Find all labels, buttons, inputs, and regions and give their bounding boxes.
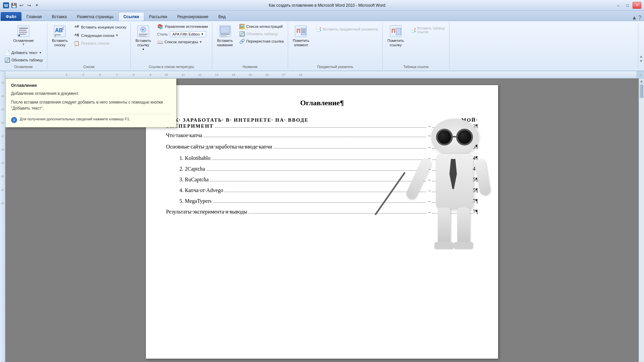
svg-rect-24 xyxy=(220,26,230,33)
ribbon-minimize-icon[interactable]: ▲ xyxy=(632,15,637,21)
ribbon-scroll-up[interactable]: ▲ xyxy=(639,54,643,59)
quick-access-dropdown[interactable]: ▼ xyxy=(34,2,40,9)
toc-dots-8 xyxy=(213,198,426,203)
insert-citation-arrow[interactable]: ▼ xyxy=(142,48,145,51)
insert-table-of-auth-icon: 📑 xyxy=(410,27,416,33)
table-of-figs-label: Список иллюстраций xyxy=(246,24,282,28)
horizontal-ruler: 4 5 6 7 8 9 10 11 12 13 14 15 16 17 18 xyxy=(5,71,644,78)
next-footnote-label: Следующая сноска xyxy=(81,34,114,38)
style-selector[interactable]: Стиль: APA Fifth Edition ▼ xyxy=(156,31,209,38)
svg-text:+: + xyxy=(142,28,144,32)
apa-value: APA Fifth Edition xyxy=(172,32,200,36)
toc-dots-7 xyxy=(225,187,426,192)
toc-text-8: 5. MegaTypers xyxy=(179,198,212,204)
insert-footnote-button[interactable]: AB 1 1 Вставитьсноску xyxy=(50,23,70,49)
bibliography-label: Список литературы xyxy=(165,40,198,44)
index-group: П Пометитьэлемент 📑 Вставить предметный … xyxy=(288,22,383,69)
save-quick-btn[interactable]: 💾 xyxy=(10,2,17,9)
table-of-auth-group: П Пометитьссылку 📑 Вставить таблицуссыло… xyxy=(383,22,449,69)
minimize-button[interactable]: – xyxy=(614,2,623,9)
toc-icon xyxy=(17,24,30,38)
table-of-figs-button[interactable]: 🖼️ Список иллюстраций xyxy=(237,23,285,30)
manage-sources-button[interactable]: 📚 Управление источниками xyxy=(156,23,209,30)
svg-text:1: 1 xyxy=(78,24,79,26)
update-toc-label: Обновить таблицу xyxy=(11,58,43,62)
insert-endnote-button[interactable]: AB 1 Вставить концевую сноску xyxy=(72,23,128,31)
mark-entry-label: Пометитьэлемент xyxy=(293,39,309,47)
mark-entry-button[interactable]: П Пометитьэлемент xyxy=(291,23,311,49)
toc-group-label: Оглавление xyxy=(0,65,47,69)
show-notes-label: Показать сноски xyxy=(81,41,109,45)
svg-rect-29 xyxy=(301,28,306,35)
tab-home[interactable]: Главная xyxy=(21,12,47,21)
insert-table-of-auth-button[interactable]: 📑 Вставить таблицуссылок xyxy=(409,26,446,35)
scroll-up-arrow[interactable]: ▲ xyxy=(639,78,644,84)
mark-citation-button[interactable]: П Пометитьссылку xyxy=(385,23,406,49)
bibliography-arrow: ▼ xyxy=(199,41,202,44)
update-toc-button[interactable]: 🔄 Обновить таблицу xyxy=(3,57,44,63)
insert-caption-label: Вставитьназвание xyxy=(217,39,233,47)
robot-figure xyxy=(401,119,498,280)
index-group-label: Предметный указатель xyxy=(288,65,382,69)
toc-text-1a: КАК· ЗАРАБОТАТЬ· В· ИНТЕРНЕТЕ· НА· ВВОДЕ xyxy=(166,117,309,123)
tab-view[interactable]: Вид xyxy=(213,12,231,21)
close-button[interactable]: ✕ xyxy=(633,2,641,9)
insert-caption-icon xyxy=(218,24,232,38)
captions-group: Вставитьназвание 🖼️ Список иллюстраций 🔄… xyxy=(212,22,288,69)
toc-text-5: 2. 2Captcha xyxy=(179,166,205,172)
update-captions-button[interactable]: 🔄 Обновить таблицу xyxy=(237,31,285,37)
redo-quick-btn[interactable]: ↪ xyxy=(26,2,33,9)
cross-reference-icon: 🔗 xyxy=(239,39,245,44)
bibliography-button[interactable]: 📖 Список литературы ▼ xyxy=(156,39,209,45)
scroll-down-arrow[interactable]: ▼ xyxy=(639,360,644,362)
help-icon[interactable]: ? xyxy=(638,15,641,21)
scroll-thumb[interactable] xyxy=(640,84,643,98)
add-text-icon: 📄 xyxy=(4,50,10,55)
citations-group: + Вставитьссылку ▼ 📚 Управление источник… xyxy=(131,22,212,69)
show-notes-button[interactable]: 📋 Показать сноски xyxy=(72,40,128,47)
mark-citation-label: Пометитьссылку xyxy=(387,39,404,47)
svg-text:П: П xyxy=(391,28,395,34)
manage-sources-icon: 📚 xyxy=(157,24,163,29)
apa-dropdown[interactable]: APA Fifth Edition ▼ xyxy=(170,31,206,37)
tab-insert[interactable]: Вставка xyxy=(47,12,72,21)
next-footnote-button[interactable]: AB 1 Следующая сноска ▼ xyxy=(72,32,128,39)
window-title: Как создать оглавление в Microsoft Word … xyxy=(40,3,614,8)
toc-button[interactable]: Оглавление ▼ xyxy=(11,23,36,47)
insert-index-button[interactable]: 📑 Вставить предметный указатель xyxy=(314,26,380,33)
toc-dropdown-arrow[interactable]: ▼ xyxy=(22,43,25,46)
scroll-track xyxy=(639,84,644,360)
tab-review[interactable]: Рецензирование xyxy=(172,12,213,21)
ruler-corner-button[interactable]: ⌕ xyxy=(637,71,644,78)
maximize-button[interactable]: □ xyxy=(623,2,632,9)
ribbon-content: Оглавление ▼ 📄 Добавить текст ▼ 🔄 Обнови… xyxy=(0,21,644,71)
undo-quick-btn[interactable]: ↩ xyxy=(18,2,25,9)
insert-citation-button[interactable]: + Вставитьссылку ▼ xyxy=(133,23,153,52)
tab-references[interactable]: Ссылки xyxy=(118,12,144,21)
toc-group: Оглавление ▼ 📄 Добавить текст ▼ 🔄 Обнови… xyxy=(0,22,47,69)
insert-caption-button[interactable]: Вставитьназвание xyxy=(215,23,235,49)
manage-sources-label: Управление источниками xyxy=(165,24,208,28)
title-bar-left: W 💾 ↩ ↪ ▼ xyxy=(3,2,40,9)
tab-mailings[interactable]: Рассылки xyxy=(144,12,172,21)
table-of-auth-group-label: Таблица ссылок xyxy=(383,65,449,69)
footnotes-group: AB 1 1 Вставитьсноску AB 1 xyxy=(47,22,131,69)
tab-file[interactable]: Файл xyxy=(1,12,21,21)
insert-citation-icon: + xyxy=(137,24,150,38)
next-footnote-arrow: ▼ xyxy=(116,34,118,37)
add-text-button[interactable]: 📄 Добавить текст ▼ xyxy=(3,49,44,56)
insert-table-of-auth-label: Вставить таблицуссылок xyxy=(417,26,445,34)
ribbon-scroll-down[interactable]: ▼ xyxy=(639,59,643,63)
title-bar: W 💾 ↩ ↪ ▼ Как создать оглавление в Micro… xyxy=(0,0,644,11)
insert-index-icon: 📑 xyxy=(315,26,321,32)
cross-reference-button[interactable]: 🔗 Перекрестная ссылка xyxy=(237,38,285,45)
toc-text-4: 1. Kolotibablo xyxy=(179,155,210,161)
document-title: Оглавление¶ xyxy=(166,99,478,107)
toc-text-2: Что·такое·капча xyxy=(166,132,202,138)
insert-footnote-icon: AB 1 1 xyxy=(53,24,66,38)
tab-page-layout[interactable]: Разметка страницы xyxy=(72,12,118,21)
right-scrollbar[interactable]: ▲ ▼ xyxy=(639,78,644,362)
update-captions-label: Обновить таблицу xyxy=(246,32,278,36)
tooltip-line2: После вставки оглавления следует добавит… xyxy=(11,99,171,111)
mark-citation-icon: П xyxy=(389,24,402,38)
